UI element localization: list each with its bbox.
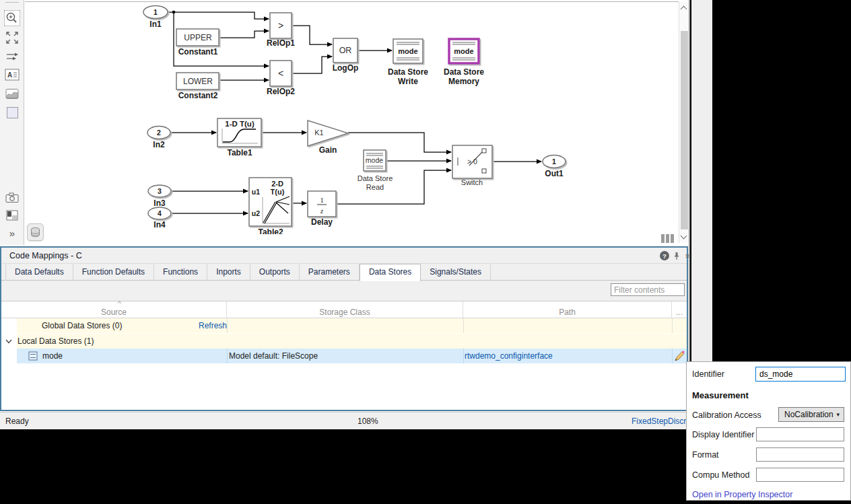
display-identifier-label: Display Identifier <box>692 430 754 439</box>
signal-arrows-icon[interactable] <box>4 48 20 65</box>
code-mappings-titlebar: Code Mappings - C ? × <box>1 248 687 264</box>
sort-ascending-icon[interactable]: ^ <box>118 300 121 308</box>
dsw-label1: Data Store <box>388 67 428 77</box>
column-header-path[interactable]: Path <box>463 301 672 318</box>
table1-title: 1-D T(u) <box>225 120 254 128</box>
table2-u1: u1 <box>252 188 260 196</box>
tab-functions[interactable]: Functions <box>154 264 207 281</box>
dsw-label2: Write <box>398 77 418 86</box>
tab-function-defaults[interactable]: Function Defaults <box>73 264 154 281</box>
table1-label: Table1 <box>227 148 252 157</box>
model-canvas[interactable]: 1 In1 UPPER Constant1 LOWER Constant2 > … <box>25 1 679 244</box>
gain-value: K1 <box>314 129 323 137</box>
constant1-value: UPPER <box>184 33 212 42</box>
shape-square-icon[interactable] <box>4 104 20 120</box>
delay-label: Delay <box>311 217 333 227</box>
table-row-mode-selected[interactable]: mode Model default: FileScope rtwdemo_co… <box>1 349 687 363</box>
background-strip <box>691 0 712 361</box>
panel-layout-icon[interactable] <box>4 207 20 223</box>
filter-input[interactable] <box>611 283 685 296</box>
storage-class-value[interactable]: Model default: FileScope <box>229 351 318 361</box>
annotation-letter: A <box>7 71 12 79</box>
tab-parameters[interactable]: Parameters <box>300 264 360 281</box>
data-store-name: mode <box>42 351 63 361</box>
database-stack-icon <box>30 227 40 238</box>
relop1-operator: > <box>278 20 283 31</box>
data-store-icon <box>28 351 38 361</box>
solver-link[interactable]: FixedStepDiscre <box>632 417 691 426</box>
dsm-label2: Memory <box>448 77 479 86</box>
calibration-access-label: Calibration Access <box>692 410 761 420</box>
annotation-icon[interactable]: A <box>4 67 20 83</box>
fit-to-view-icon[interactable] <box>4 30 20 46</box>
table-header-row: Source Storage Class Path ... ^ <box>1 301 687 318</box>
vertical-scrollbar[interactable] <box>679 2 689 243</box>
logop-label: LogOp <box>333 63 359 73</box>
format-input[interactable] <box>756 447 844 462</box>
chevrons-glyph: » <box>9 228 15 238</box>
help-icon[interactable]: ? <box>660 251 669 260</box>
column-header-storage-class[interactable]: Storage Class <box>227 301 463 318</box>
dropdown-caret-icon: ▾ <box>836 408 840 421</box>
zoom-in-icon[interactable] <box>4 10 20 26</box>
dsr-value: mode <box>366 156 383 164</box>
tab-data-stores[interactable]: Data Stores <box>360 264 421 281</box>
relop1-label: RelOp1 <box>267 38 295 48</box>
status-ready: Ready <box>5 417 29 426</box>
status-bar: Ready 108% FixedStepDiscre <box>0 412 690 429</box>
close-icon[interactable]: × <box>683 251 692 260</box>
path-link[interactable]: rtwdemo_configinterface <box>465 351 553 361</box>
dsm-value: mode <box>454 47 473 55</box>
table-row-global-data-stores[interactable]: Global Data Stores (0) Refresh <box>1 318 687 333</box>
tab-data-defaults[interactable]: Data Defaults <box>5 264 73 281</box>
code-mappings-panel: Code Mappings - C ? × Data Defaults Func… <box>0 246 688 411</box>
scope-wave-icon[interactable] <box>4 85 20 102</box>
in1-label: In1 <box>149 20 162 29</box>
constant2-value: LOWER <box>183 77 213 86</box>
in1-port-number: 1 <box>154 8 158 16</box>
in2-label: In2 <box>153 140 165 149</box>
in3-label: In3 <box>154 199 166 208</box>
code-mappings-tabs: Data Defaults Function Defaults Function… <box>1 264 687 281</box>
measurement-section-title: Measurement <box>692 390 749 400</box>
tab-outports[interactable]: Outports <box>250 264 300 281</box>
dsw-value: mode <box>398 47 417 55</box>
format-label: Format <box>692 450 719 460</box>
scroll-up-icon[interactable] <box>681 6 687 13</box>
tab-inports[interactable]: Inports <box>207 264 250 281</box>
block-gain[interactable] <box>308 120 348 146</box>
column-header-more[interactable]: ... <box>672 301 687 318</box>
in4-port-number: 4 <box>158 209 162 217</box>
switch-criteria: > 0 <box>467 157 477 166</box>
vertical-scroll-thumb[interactable] <box>681 31 688 229</box>
edit-pencil-icon[interactable] <box>673 350 685 362</box>
column-header-source[interactable]: Source <box>1 301 227 318</box>
table2-u2: u2 <box>252 209 260 217</box>
calibration-access-dropdown[interactable]: NoCalibration ▾ <box>778 407 844 422</box>
code-mappings-toolbar <box>1 281 687 301</box>
scroll-down-icon[interactable] <box>681 233 687 240</box>
display-identifier-input[interactable] <box>756 427 844 441</box>
refresh-link[interactable]: Refresh <box>199 321 227 330</box>
toolbar-expand-icon[interactable]: » <box>4 225 20 241</box>
open-property-inspector-link[interactable]: Open in Property Inspector <box>692 490 792 499</box>
out1-port-number: 1 <box>552 157 556 166</box>
data-stores-perspective-button[interactable] <box>27 223 44 241</box>
screenshot-camera-icon[interactable] <box>4 189 20 205</box>
table2-fn: T(u) <box>271 188 285 196</box>
compu-method-input[interactable] <box>756 468 844 482</box>
expand-chevron-icon[interactable] <box>5 339 12 344</box>
table-row-local-data-stores[interactable]: Local Data Stores (1) <box>1 334 687 349</box>
constant1-label: Constant1 <box>178 47 218 57</box>
canvas-toolbar: A » <box>0 0 24 245</box>
dropdown-value: NoCalibration <box>784 410 833 419</box>
tab-signals-states[interactable]: Signals/States <box>421 264 491 281</box>
splitter-grip[interactable] <box>661 233 675 246</box>
table2-dim: 2-D <box>271 180 283 188</box>
pin-icon[interactable] <box>672 251 681 260</box>
identifier-input[interactable] <box>755 367 846 382</box>
block-table2[interactable] <box>249 178 292 226</box>
delay-numerator: 1 <box>320 196 323 204</box>
data-store-property-popup: Identifier Measurement Calibration Acces… <box>686 361 851 501</box>
switch-label: Switch <box>461 178 483 186</box>
